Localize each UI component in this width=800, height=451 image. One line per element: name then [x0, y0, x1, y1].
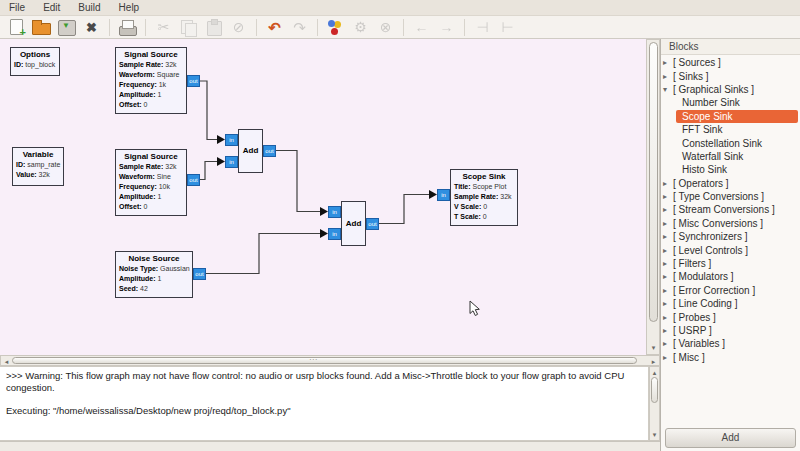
port-in[interactable]: in: [437, 189, 450, 201]
tree-item-fft-sink[interactable]: FFT Sink: [661, 123, 800, 136]
generate-flowgraph-icon[interactable]: [323, 17, 348, 37]
block-title: Options: [11, 48, 59, 60]
tree-item-probes[interactable]: ▸[ Probes ]: [661, 310, 800, 323]
console-vscrollbar[interactable]: ▴ ▾: [649, 366, 660, 441]
block-variable[interactable]: VariableID: samp_rateValue: 32k: [12, 147, 64, 186]
toolbar-group: ←→: [409, 17, 459, 37]
port-out[interactable]: out: [366, 218, 379, 230]
block-param: Offset: 0: [119, 100, 183, 110]
menu-help[interactable]: Help: [110, 1, 149, 14]
save-icon[interactable]: [54, 17, 79, 37]
expander-closed-icon[interactable]: ▸: [663, 177, 672, 190]
tree-item-usrp[interactable]: ▸[ USRP ]: [661, 324, 800, 337]
tree-item-error-correction[interactable]: ▸[ Error Correction ]: [661, 284, 800, 297]
tree-item-sources[interactable]: ▸[ Sources ]: [661, 56, 800, 69]
open-icon[interactable]: [29, 17, 54, 37]
port-out[interactable]: out: [193, 268, 206, 280]
expander-closed-icon[interactable]: ▸: [663, 244, 672, 257]
block-options[interactable]: OptionsID: top_block: [10, 47, 60, 76]
blocks-panel-title: Blocks: [661, 39, 800, 55]
tree-item-misc[interactable]: ▸[ Misc ]: [661, 351, 800, 364]
tree-item-line-coding[interactable]: ▸[ Line Coding ]: [661, 297, 800, 310]
canvas-hscroll-thumb[interactable]: [12, 357, 637, 364]
tree-item-scope-sink[interactable]: Scope Sink: [661, 110, 800, 123]
console-output[interactable]: >>> Warning: This flow graph may not hav…: [0, 366, 649, 441]
tree-item-modulators[interactable]: ▸[ Modulators ]: [661, 270, 800, 283]
tree-item-histo-sink[interactable]: Histo Sink: [661, 163, 800, 176]
add-block-button[interactable]: Add: [665, 428, 796, 448]
scroll-grip: ⋯: [309, 355, 318, 364]
port-in[interactable]: in: [225, 134, 238, 146]
port-in[interactable]: in: [225, 156, 238, 168]
canvas-vscrollbar[interactable]: ▾: [646, 39, 660, 355]
tree-item-label: [ Sources ]: [673, 57, 721, 68]
block-add-1[interactable]: Add: [238, 129, 263, 173]
expander-closed-icon[interactable]: ▸: [663, 351, 672, 364]
menu-file[interactable]: File: [0, 1, 34, 14]
expander-closed-icon[interactable]: ▸: [663, 284, 672, 297]
toolbar-group: ✖: [4, 17, 104, 37]
expander-closed-icon[interactable]: ▸: [663, 270, 672, 283]
expander-closed-icon[interactable]: ▸: [663, 230, 672, 243]
expander-closed-icon[interactable]: ▸: [663, 56, 672, 69]
block-add-2[interactable]: Add: [341, 201, 366, 246]
toolbar-group: ⊣⊢: [470, 17, 520, 37]
expander-closed-icon[interactable]: ▸: [663, 217, 672, 230]
canvas-hscrollbar[interactable]: ◂ ⋯ ▸: [0, 355, 660, 366]
tree-item-constellation-sink[interactable]: Constellation Sink: [661, 136, 800, 149]
block-noise-source[interactable]: Noise SourceNoise Type: GaussianAmplitud…: [115, 251, 193, 298]
block-title: Signal Source: [116, 150, 186, 162]
toolbar-separator: [145, 19, 146, 36]
tree-item-operators[interactable]: ▸[ Operators ]: [661, 177, 800, 190]
block-tree[interactable]: ▸[ Sources ]▸[ Sinks ]▾[ Graphical Sinks…: [661, 56, 800, 424]
tree-item-type-conversions[interactable]: ▸[ Type Conversions ]: [661, 190, 800, 203]
tree-item-variables[interactable]: ▸[ Variables ]: [661, 337, 800, 350]
tree-item-number-sink[interactable]: Number Sink: [661, 96, 800, 109]
menu-build[interactable]: Build: [69, 1, 109, 14]
tree-item-level-controls[interactable]: ▸[ Level Controls ]: [661, 243, 800, 256]
port-out[interactable]: out: [187, 75, 200, 87]
expander-closed-icon[interactable]: ▸: [663, 297, 672, 310]
block-signal-source-1[interactable]: Signal SourceSample Rate: 32kWaveform: S…: [115, 47, 187, 114]
new-file-icon[interactable]: [4, 17, 29, 37]
canvas-vscroll-thumb[interactable]: [649, 42, 658, 322]
tree-item-label: [ Misc Conversions ]: [673, 218, 763, 229]
tree-item-misc-conversions[interactable]: ▸[ Misc Conversions ]: [661, 217, 800, 230]
tree-item-synchronizers[interactable]: ▸[ Synchronizers ]: [661, 230, 800, 243]
port-in[interactable]: in: [328, 228, 341, 240]
undo-icon[interactable]: ↶: [262, 17, 287, 37]
tree-item-sinks[interactable]: ▸[ Sinks ]: [661, 69, 800, 82]
tree-item-waterfall-sink[interactable]: Waterfall Sink: [661, 150, 800, 163]
tree-item-graphical-sinks[interactable]: ▾[ Graphical Sinks ]: [661, 83, 800, 96]
scroll-down-arrow-icon[interactable]: ▾: [650, 430, 659, 439]
tree-item-filters[interactable]: ▸[ Filters ]: [661, 257, 800, 270]
scroll-right-arrow-icon[interactable]: ▸: [649, 357, 658, 366]
expander-closed-icon[interactable]: ▸: [663, 203, 672, 216]
expander-closed-icon[interactable]: ▸: [663, 311, 672, 324]
scroll-up-arrow-icon[interactable]: ▴: [650, 368, 659, 377]
port-out[interactable]: out: [187, 174, 200, 186]
print-icon[interactable]: [115, 17, 140, 37]
block-param: ID: samp_rate: [16, 160, 60, 170]
close-icon[interactable]: ✖: [79, 17, 104, 37]
block-signal-source-2[interactable]: Signal SourceSample Rate: 32kWaveform: S…: [115, 149, 187, 216]
block-param: Waveform: Square: [119, 70, 183, 80]
scroll-left-arrow-icon[interactable]: ◂: [2, 357, 11, 366]
block-title: Variable: [13, 148, 63, 160]
block-scope-sink[interactable]: Scope SinkTitle: Scope PlotSample Rate: …: [450, 169, 518, 226]
menu-edit[interactable]: Edit: [34, 1, 69, 14]
expander-closed-icon[interactable]: ▸: [663, 257, 672, 270]
kill-icon-glyph: ⊗: [380, 20, 392, 34]
expander-open-icon[interactable]: ▾: [663, 83, 672, 96]
expander-closed-icon[interactable]: ▸: [663, 324, 672, 337]
expander-closed-icon[interactable]: ▸: [663, 70, 672, 83]
flowgraph-canvas[interactable]: OptionsID: top_blockVariableID: samp_rat…: [0, 39, 646, 355]
back-arrow-icon: ←: [409, 17, 434, 37]
port-out[interactable]: out: [263, 145, 276, 157]
port-in[interactable]: in: [328, 206, 341, 218]
expander-closed-icon[interactable]: ▸: [663, 190, 672, 203]
expander-closed-icon[interactable]: ▸: [663, 337, 672, 350]
console-vscroll-thumb[interactable]: [651, 377, 658, 403]
tree-item-stream-conversions[interactable]: ▸[ Stream Conversions ]: [661, 203, 800, 216]
scroll-down-arrow-icon[interactable]: ▾: [649, 343, 658, 352]
